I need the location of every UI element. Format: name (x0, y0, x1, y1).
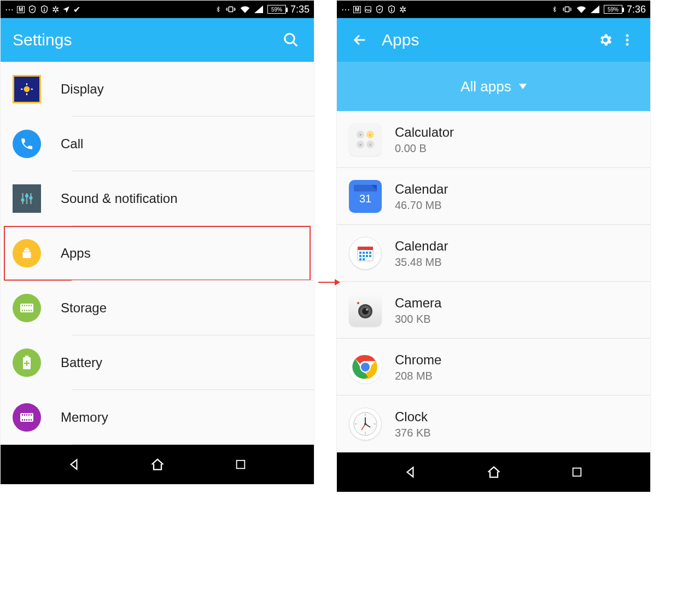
svg-rect-74 (359, 252, 361, 254)
nav-home-button[interactable] (484, 462, 504, 482)
app-item-clock[interactable]: Clock 376 KB (337, 396, 650, 452)
nav-bar (337, 452, 650, 492)
square-icon (571, 466, 583, 478)
settings-item-apps[interactable]: Apps (1, 226, 314, 281)
settings-gear-button[interactable] (594, 29, 616, 51)
svg-point-52 (392, 10, 392, 11)
arrow-annotation (318, 279, 340, 286)
triangle-back-icon (403, 465, 417, 479)
svg-text:c: c (369, 132, 371, 137)
svg-point-88 (357, 302, 359, 304)
nav-back-button[interactable] (64, 455, 84, 474)
search-button[interactable] (280, 29, 302, 51)
svg-text:=: = (369, 142, 372, 147)
svg-rect-42 (28, 414, 30, 416)
svg-rect-27 (28, 305, 30, 306)
overflow-menu-button[interactable] (616, 29, 638, 51)
svg-rect-80 (366, 255, 368, 257)
svg-rect-2 (229, 7, 233, 12)
app-item-calendar-stock[interactable]: Calendar 35.48 MB (337, 225, 650, 282)
svg-text:×: × (359, 142, 362, 147)
svg-rect-22 (25, 248, 29, 249)
app-name: Calculator (395, 125, 454, 140)
image-icon (364, 5, 372, 13)
nav-back-button[interactable] (400, 462, 420, 482)
status-time: 7:35 (290, 4, 310, 15)
nav-bar (1, 445, 314, 484)
svg-point-87 (366, 309, 368, 311)
app-item-calculator[interactable]: +c×= Calculator 0.00 B (337, 111, 650, 168)
bluetooth-icon (215, 5, 221, 14)
app-size: 300 KB (395, 313, 441, 325)
svg-rect-30 (24, 310, 25, 311)
svg-rect-21 (24, 250, 30, 252)
svg-rect-35 (25, 356, 28, 357)
shield-alert-icon (387, 5, 396, 14)
svg-rect-101 (573, 468, 581, 476)
nav-home-button[interactable] (148, 455, 167, 474)
display-icon (13, 75, 41, 103)
check-icon: ✔ (73, 4, 80, 15)
svg-rect-28 (31, 305, 32, 306)
app-size: 0.00 B (395, 142, 454, 155)
svg-point-100 (364, 423, 366, 425)
app-name: Clock (395, 409, 431, 425)
settings-item-display[interactable]: Display (1, 62, 314, 117)
app-item-calendar-google[interactable]: 31 Calendar 46.70 MB (337, 168, 650, 225)
settings-item-battery[interactable]: Battery (1, 335, 314, 390)
svg-rect-75 (363, 252, 365, 254)
filter-label: All apps (460, 78, 511, 95)
svg-rect-48 (31, 419, 32, 421)
chrome-icon (349, 351, 382, 383)
back-button[interactable] (349, 29, 371, 51)
nav-recent-button[interactable] (567, 462, 587, 482)
svg-rect-79 (363, 255, 365, 257)
svg-point-57 (626, 34, 629, 37)
svg-rect-39 (22, 414, 23, 416)
svg-point-9 (24, 86, 30, 92)
gmail-icon: M (353, 6, 361, 13)
more-icon: ⋯ (341, 4, 350, 15)
app-item-chrome[interactable]: Chrome 208 MB (337, 339, 650, 396)
nav-recent-button[interactable] (231, 455, 250, 474)
svg-rect-32 (28, 310, 30, 311)
battery-icon: 59% (267, 5, 286, 14)
battery-percent: 59% (271, 7, 282, 13)
sound-icon (13, 184, 41, 213)
arrow-back-icon (352, 32, 368, 48)
svg-point-58 (626, 39, 629, 42)
settings-item-memory[interactable]: Memory (1, 390, 314, 445)
search-icon (283, 32, 299, 48)
gear-icon (598, 32, 613, 48)
svg-rect-44 (22, 419, 23, 421)
svg-rect-53 (565, 7, 569, 12)
svg-rect-24 (22, 305, 23, 306)
app-item-camera[interactable]: Camera 300 KB (337, 282, 650, 339)
memory-icon (13, 403, 41, 432)
call-icon (13, 130, 41, 158)
gmail-icon: M (17, 6, 25, 13)
svg-text:+: + (359, 132, 362, 137)
battery-percent: 59% (608, 7, 619, 13)
filter-dropdown[interactable]: All apps (337, 62, 650, 111)
settings-item-storage[interactable]: Storage (1, 281, 314, 335)
item-label: Storage (61, 300, 107, 316)
wifi-icon (240, 5, 250, 13)
status-bar: ⋯ M ✲ (337, 1, 650, 18)
phone-apps: ⋯ M ✲ (336, 0, 651, 492)
svg-rect-43 (31, 414, 32, 416)
app-size: 376 KB (395, 427, 431, 439)
home-icon (486, 464, 501, 480)
svg-rect-26 (26, 305, 27, 306)
svg-point-91 (361, 363, 370, 371)
svg-rect-31 (26, 310, 27, 311)
square-icon (235, 458, 247, 470)
app-name: Calendar (395, 182, 448, 197)
battery-setting-icon (13, 348, 41, 377)
settings-item-call[interactable]: Call (1, 117, 314, 171)
shield-alert-icon (40, 5, 49, 14)
snowflake-icon: ✲ (399, 4, 406, 15)
storage-icon (13, 294, 41, 322)
settings-item-sound[interactable]: Sound & notification (1, 171, 314, 226)
clock-icon (349, 408, 382, 440)
